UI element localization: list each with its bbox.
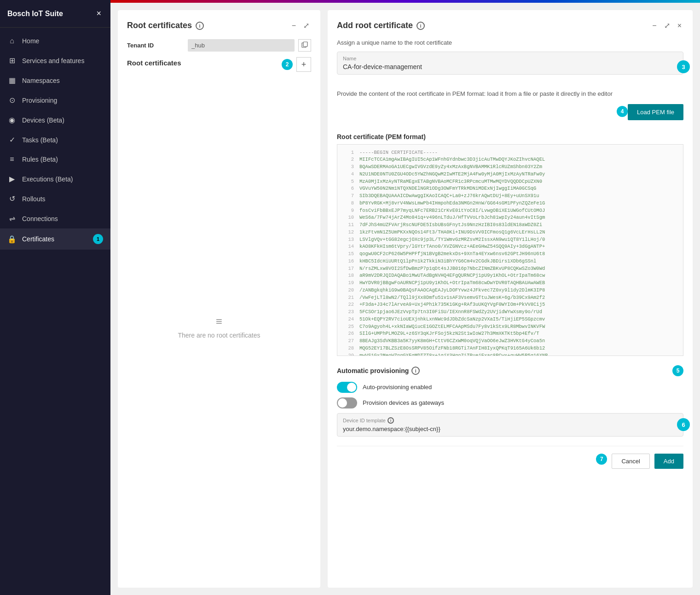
- right-panel-title: Add root certificate i: [337, 21, 425, 30]
- add-root-cert-info-icon[interactable]: i: [417, 22, 425, 30]
- left-panel-header: Root certificates i − ⤢: [127, 19, 311, 32]
- device-id-label-text: Device ID template: [343, 418, 386, 423]
- sidebar-item-label: Connections: [22, 215, 103, 222]
- expand-right-button[interactable]: ⤢: [662, 19, 672, 32]
- left-panel: Root certificates i − ⤢ Tenant ID: [118, 10, 320, 588]
- cert-line-content: VGVuYW50N2Nm1NTQXNDElNGR1ODg3OWFmYTRkMDN…: [359, 185, 536, 192]
- device-id-container: Device ID template i your.demo.namespace…: [337, 413, 683, 437]
- cert-line: 5MzA0MjIxMzAyNTRaMEgxETABgNVBAoMCFR1c3RP…: [343, 178, 677, 186]
- step-2-badge: 2: [282, 59, 293, 70]
- home-icon: ⌂: [7, 37, 17, 45]
- expand-left-button[interactable]: ⤢: [301, 19, 311, 32]
- cert-line-number: 17: [343, 265, 354, 273]
- close-right-button[interactable]: ×: [676, 20, 683, 32]
- cert-line-number: 12: [343, 229, 354, 236]
- name-field-label: Name: [343, 56, 677, 61]
- sidebar-item-executions[interactable]: ▶ Executions (Beta): [0, 169, 110, 189]
- gateway-toggle[interactable]: [337, 397, 357, 408]
- device-id-info-icon[interactable]: i: [388, 417, 394, 424]
- sidebar: Bosch IoT Suite × ⌂ Home ⊞ Services and …: [0, 0, 110, 595]
- root-certs-header-row: Root certificates 2 +: [127, 57, 311, 72]
- cert-line-number: 28: [343, 345, 354, 352]
- copy-tenant-id-button[interactable]: [298, 39, 311, 52]
- sidebar-header: Bosch IoT Suite ×: [0, 0, 110, 28]
- sidebar-item-certificates[interactable]: 🔒 Certificates 1: [0, 228, 110, 250]
- cert-format-section: Root certificate (PEM format) 1-----BEGI…: [337, 133, 683, 356]
- sidebar-item-devices[interactable]: ◉ Devices (Beta): [0, 110, 110, 130]
- rollout-icon: ↺: [7, 194, 17, 203]
- cert-line-number: 5: [343, 178, 354, 186]
- cert-line: 235FCSOr1pjao6JEzVvpTp7tn3I0FiSU/IEXnnR8…: [343, 309, 677, 316]
- step-4-badge: 4: [617, 106, 628, 117]
- sidebar-item-tasks[interactable]: ✓ Tasks (Beta): [0, 130, 110, 150]
- minimize-right-button[interactable]: −: [650, 20, 658, 32]
- svg-rect-1: [303, 42, 307, 47]
- load-pem-button[interactable]: Load PEM file: [628, 104, 683, 120]
- cert-line-number: 13: [343, 236, 354, 244]
- cert-line: 3BQAwSDERMAoGA1UECgwIVGVzdE9yZy4xMzAxBgN…: [343, 163, 677, 171]
- sidebar-item-label: Namespaces: [22, 77, 103, 84]
- minimize-left-button[interactable]: −: [290, 20, 298, 32]
- sidebar-item-rules[interactable]: ≡ Rules (Beta): [0, 150, 110, 169]
- cancel-button[interactable]: Cancel: [612, 454, 649, 469]
- cert-line-content: N/rsZMLxw8VOI2SfDwBmzP7p1qDt4sJJB016p7Nb…: [359, 265, 545, 273]
- gateway-toggle-knob: [338, 398, 347, 408]
- cert-line-number: 27: [343, 338, 354, 345]
- tenant-id-value-row: [188, 39, 311, 52]
- cert-line-content: SIlG+UMPhPLMOZ9L+z6SY3qKJrFSoj5kzN2St1wI…: [359, 330, 539, 338]
- toggle-knob: [347, 383, 356, 392]
- cert-line-content: 51Ok+EQPY2RV7cioUEXjnhkLxnNWc9dJDbZdcSaN…: [359, 316, 545, 323]
- auto-provisioning-toggle-row: Auto-provisioning enabled: [337, 382, 683, 393]
- right-panel-header: Add root certificate i − ⤢ ×: [337, 19, 683, 32]
- cert-line-content: mwVS1Gx2MeoWZngGXFqMDTZT8x+1qjX3HgoZiTPu…: [359, 352, 548, 356]
- empty-state-text: There are no root certificates: [178, 332, 260, 339]
- name-field-container: Name CA-for-device-management 3: [337, 52, 683, 82]
- cert-line-content: C7o9Agyoh4L+xkNIaWQiucE1GOZtELMFCAApMSdu…: [359, 323, 545, 331]
- auto-provisioning-title-text: Automatic provisioning: [337, 367, 409, 374]
- cert-line-number: 7: [343, 192, 354, 200]
- top-gradient-bar: [110, 0, 700, 3]
- sidebar-item-label: Rollouts: [22, 195, 103, 203]
- cert-line-content: -----BEGIN CERTIFICATE-----: [359, 149, 438, 157]
- root-certificates-info-icon[interactable]: i: [196, 22, 204, 30]
- cert-line-number: 20: [343, 287, 354, 294]
- auto-provisioning-info-icon[interactable]: i: [411, 367, 420, 375]
- sidebar-item-rollouts[interactable]: ↺ Rollouts: [0, 189, 110, 209]
- step-5-badge: 5: [672, 365, 683, 376]
- cert-line-number: 14: [343, 243, 354, 251]
- cert-line-content: kHBC5IdcHiUURtQ1lpPn1k2TkkiN3iBhYYG6Cm4v…: [359, 258, 536, 265]
- cert-line-content: /VwFejLTl8wN2/TQll9jXx8Dmfu51v1sAF3Vsemv…: [359, 294, 545, 302]
- tenant-id-input[interactable]: [188, 39, 295, 52]
- cert-line-number: 23: [343, 309, 354, 316]
- sidebar-item-services[interactable]: ⊞ Services and features: [0, 51, 110, 70]
- sidebar-item-provisioning[interactable]: ⊙ Provisioning: [0, 90, 110, 110]
- empty-state: ≡ There are no root certificates: [127, 76, 311, 578]
- cert-line-content: MIIFcTCCA1mgAwIBAgIUI5cAp1WFnhGYdnbwc3D3…: [359, 156, 545, 163]
- add-button[interactable]: Add: [654, 454, 683, 469]
- sidebar-item-home[interactable]: ⌂ Home: [0, 31, 110, 51]
- root-certificates-title: Root certificates: [127, 21, 192, 30]
- auto-provisioning-toggle[interactable]: [337, 382, 357, 393]
- device-id-value[interactable]: your.demo.namespace:{{subject-cn}}: [343, 426, 677, 432]
- connection-icon: ⇌: [7, 214, 17, 223]
- name-field-value[interactable]: CA-for-device-management: [343, 63, 677, 70]
- right-panel-actions: − ⤢ ×: [650, 19, 683, 32]
- step-3-badge: 3: [677, 60, 690, 73]
- cert-line-number: 4: [343, 171, 354, 178]
- sidebar-close-button[interactable]: ×: [94, 7, 103, 20]
- cert-line: 19HwYDVR0jBBgwFoAURNCPj1pU9y1KhOL+OtrIpa…: [343, 280, 677, 287]
- cert-line: 2MIIFcTCCA1mgAwIBAgIUI5cAp1WFnhGYdnbwc3D…: [343, 156, 677, 163]
- cert-line-content: bP8YvRGK+Mj8vrV4NWsLmwPb4IHmpohEda3NMGn2…: [359, 200, 545, 207]
- cert-line: 278BEAJg3SdVKBB3a5K7yyK8mGH+CttV6CZxWM0o…: [343, 338, 677, 345]
- cert-line: 8bP8YvRGK+Mj8vrV4NWsLmwPb4IHmpohEda3NMGn…: [343, 200, 677, 207]
- sidebar-item-label: Executions (Beta): [22, 175, 103, 183]
- cert-line-content: /zANBgkqhkiG9w0BAQsFAAOCAgEAJyLDOFYvwz4J…: [359, 287, 545, 294]
- add-certificate-button[interactable]: +: [296, 57, 311, 72]
- sidebar-item-connections[interactable]: ⇌ Connections: [0, 209, 110, 228]
- sidebar-item-namespaces[interactable]: ▦ Namespaces: [0, 70, 110, 90]
- cert-line: 21/VwFejLTl8wN2/TQll9jXx8Dmfu51v1sAF3Vse…: [343, 294, 677, 302]
- cert-line-number: 19: [343, 280, 354, 287]
- bottom-actions: 7 Cancel Add: [337, 446, 683, 469]
- cert-code-area[interactable]: 1-----BEGIN CERTIFICATE-----2MIIFcTCCA1m…: [337, 144, 683, 356]
- cert-line: 1-----BEGIN CERTIFICATE-----: [343, 149, 677, 157]
